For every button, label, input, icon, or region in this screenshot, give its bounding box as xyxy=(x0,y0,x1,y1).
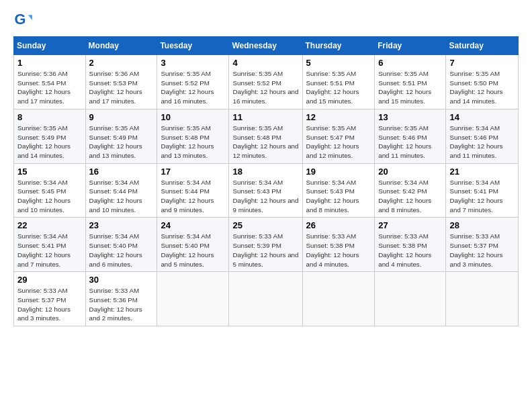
day-number: 21 xyxy=(449,167,515,177)
calendar-header-tuesday: Tuesday xyxy=(157,37,229,55)
day-number: 19 xyxy=(306,167,371,177)
calendar-cell: 2Sunrise: 5:36 AMSunset: 5:53 PMDaylight… xyxy=(85,55,157,109)
calendar-cell: 9Sunrise: 5:35 AMSunset: 5:49 PMDaylight… xyxy=(85,109,157,163)
day-info: Sunrise: 5:35 AMSunset: 5:50 PMDaylight:… xyxy=(449,69,515,106)
day-number: 5 xyxy=(306,58,371,68)
day-number: 6 xyxy=(378,58,442,68)
day-info: Sunrise: 5:33 AMSunset: 5:38 PMDaylight:… xyxy=(306,232,371,269)
day-info: Sunrise: 5:34 AMSunset: 5:44 PMDaylight:… xyxy=(161,178,225,215)
calendar-cell: 16Sunrise: 5:34 AMSunset: 5:44 PMDayligh… xyxy=(85,163,157,218)
calendar-cell: 26Sunrise: 5:33 AMSunset: 5:38 PMDayligh… xyxy=(302,218,375,272)
day-number: 10 xyxy=(161,112,225,122)
day-info: Sunrise: 5:35 AMSunset: 5:48 PMDaylight:… xyxy=(232,124,298,161)
day-info: Sunrise: 5:35 AMSunset: 5:51 PMDaylight:… xyxy=(378,69,442,106)
calendar-cell xyxy=(157,272,229,326)
day-number: 8 xyxy=(17,112,82,122)
calendar-cell: 1Sunrise: 5:36 AMSunset: 5:54 PMDaylight… xyxy=(14,55,86,109)
calendar-week-row: 22Sunrise: 5:34 AMSunset: 5:41 PMDayligh… xyxy=(14,218,519,272)
calendar-cell: 10Sunrise: 5:35 AMSunset: 5:48 PMDayligh… xyxy=(157,109,229,163)
calendar-header-row: SundayMondayTuesdayWednesdayThursdayFrid… xyxy=(14,37,519,55)
day-info: Sunrise: 5:34 AMSunset: 5:45 PMDaylight:… xyxy=(17,178,82,215)
day-info: Sunrise: 5:35 AMSunset: 5:46 PMDaylight:… xyxy=(378,124,442,161)
day-number: 14 xyxy=(449,112,515,122)
calendar-cell xyxy=(446,272,519,326)
day-info: Sunrise: 5:33 AMSunset: 5:39 PMDaylight:… xyxy=(232,232,298,269)
calendar-cell: 4Sunrise: 5:35 AMSunset: 5:52 PMDaylight… xyxy=(229,55,302,109)
calendar-cell: 29Sunrise: 5:33 AMSunset: 5:37 PMDayligh… xyxy=(14,272,86,326)
calendar-body: 1Sunrise: 5:36 AMSunset: 5:54 PMDaylight… xyxy=(14,55,519,326)
day-number: 30 xyxy=(89,275,154,285)
logo: G xyxy=(13,11,35,30)
day-info: Sunrise: 5:34 AMSunset: 5:42 PMDaylight:… xyxy=(378,178,442,215)
day-number: 3 xyxy=(161,58,225,68)
day-info: Sunrise: 5:33 AMSunset: 5:37 PMDaylight:… xyxy=(17,286,82,323)
day-info: Sunrise: 5:34 AMSunset: 5:43 PMDaylight:… xyxy=(306,178,371,215)
calendar-cell: 21Sunrise: 5:34 AMSunset: 5:41 PMDayligh… xyxy=(446,163,519,218)
calendar-week-row: 8Sunrise: 5:35 AMSunset: 5:49 PMDaylight… xyxy=(14,109,519,163)
day-info: Sunrise: 5:35 AMSunset: 5:52 PMDaylight:… xyxy=(161,69,225,106)
calendar-cell: 18Sunrise: 5:34 AMSunset: 5:43 PMDayligh… xyxy=(229,163,302,218)
day-number: 13 xyxy=(378,112,442,122)
calendar-cell: 24Sunrise: 5:34 AMSunset: 5:40 PMDayligh… xyxy=(157,218,229,272)
day-number: 11 xyxy=(232,112,298,122)
day-number: 1 xyxy=(17,58,82,68)
day-info: Sunrise: 5:35 AMSunset: 5:49 PMDaylight:… xyxy=(89,124,154,161)
day-info: Sunrise: 5:36 AMSunset: 5:54 PMDaylight:… xyxy=(17,69,82,106)
calendar-cell: 7Sunrise: 5:35 AMSunset: 5:50 PMDaylight… xyxy=(446,55,519,109)
calendar-cell: 12Sunrise: 5:35 AMSunset: 5:47 PMDayligh… xyxy=(302,109,375,163)
calendar-header-saturday: Saturday xyxy=(446,37,519,55)
day-info: Sunrise: 5:34 AMSunset: 5:40 PMDaylight:… xyxy=(89,232,154,269)
day-number: 15 xyxy=(17,167,82,177)
calendar-cell: 3Sunrise: 5:35 AMSunset: 5:52 PMDaylight… xyxy=(157,55,229,109)
day-number: 9 xyxy=(89,112,154,122)
day-info: Sunrise: 5:34 AMSunset: 5:41 PMDaylight:… xyxy=(17,232,82,269)
calendar-cell: 15Sunrise: 5:34 AMSunset: 5:45 PMDayligh… xyxy=(14,163,86,218)
calendar-header-monday: Monday xyxy=(85,37,157,55)
calendar-cell: 11Sunrise: 5:35 AMSunset: 5:48 PMDayligh… xyxy=(229,109,302,163)
calendar-header-friday: Friday xyxy=(375,37,446,55)
day-number: 23 xyxy=(89,220,154,230)
day-info: Sunrise: 5:34 AMSunset: 5:40 PMDaylight:… xyxy=(161,232,225,269)
calendar-cell xyxy=(229,272,302,326)
calendar-cell: 6Sunrise: 5:35 AMSunset: 5:51 PMDaylight… xyxy=(375,55,446,109)
day-number: 2 xyxy=(89,58,154,68)
day-info: Sunrise: 5:33 AMSunset: 5:37 PMDaylight:… xyxy=(449,232,515,269)
svg-marker-1 xyxy=(28,15,32,20)
calendar-table: SundayMondayTuesdayWednesdayThursdayFrid… xyxy=(13,36,519,326)
calendar-week-row: 1Sunrise: 5:36 AMSunset: 5:54 PMDaylight… xyxy=(14,55,519,109)
calendar-cell xyxy=(375,272,446,326)
calendar-week-row: 29Sunrise: 5:33 AMSunset: 5:37 PMDayligh… xyxy=(14,272,519,326)
day-info: Sunrise: 5:35 AMSunset: 5:51 PMDaylight:… xyxy=(306,69,371,106)
day-number: 28 xyxy=(449,220,515,230)
calendar-cell: 30Sunrise: 5:33 AMSunset: 5:36 PMDayligh… xyxy=(85,272,157,326)
day-number: 4 xyxy=(232,58,298,68)
calendar-cell: 28Sunrise: 5:33 AMSunset: 5:37 PMDayligh… xyxy=(446,218,519,272)
day-number: 24 xyxy=(161,220,225,230)
calendar-cell: 19Sunrise: 5:34 AMSunset: 5:43 PMDayligh… xyxy=(302,163,375,218)
calendar-header-thursday: Thursday xyxy=(302,37,375,55)
day-number: 7 xyxy=(449,58,515,68)
day-info: Sunrise: 5:34 AMSunset: 5:46 PMDaylight:… xyxy=(449,124,515,161)
day-info: Sunrise: 5:33 AMSunset: 5:38 PMDaylight:… xyxy=(378,232,442,269)
calendar-cell: 14Sunrise: 5:34 AMSunset: 5:46 PMDayligh… xyxy=(446,109,519,163)
day-info: Sunrise: 5:35 AMSunset: 5:52 PMDaylight:… xyxy=(232,69,298,106)
calendar-cell: 5Sunrise: 5:35 AMSunset: 5:51 PMDaylight… xyxy=(302,55,375,109)
day-number: 29 xyxy=(17,275,82,285)
day-info: Sunrise: 5:36 AMSunset: 5:53 PMDaylight:… xyxy=(89,69,154,106)
calendar-cell: 17Sunrise: 5:34 AMSunset: 5:44 PMDayligh… xyxy=(157,163,229,218)
day-info: Sunrise: 5:33 AMSunset: 5:36 PMDaylight:… xyxy=(89,286,154,323)
day-number: 26 xyxy=(306,220,371,230)
calendar-cell: 8Sunrise: 5:35 AMSunset: 5:49 PMDaylight… xyxy=(14,109,86,163)
day-number: 18 xyxy=(232,167,298,177)
calendar-cell: 25Sunrise: 5:33 AMSunset: 5:39 PMDayligh… xyxy=(229,218,302,272)
calendar-header-sunday: Sunday xyxy=(14,37,86,55)
calendar-week-row: 15Sunrise: 5:34 AMSunset: 5:45 PMDayligh… xyxy=(14,163,519,218)
day-info: Sunrise: 5:34 AMSunset: 5:44 PMDaylight:… xyxy=(89,178,154,215)
day-info: Sunrise: 5:35 AMSunset: 5:47 PMDaylight:… xyxy=(306,124,371,161)
day-number: 25 xyxy=(232,220,298,230)
page-header: G xyxy=(13,11,519,30)
svg-text:G: G xyxy=(15,11,26,28)
calendar-cell: 20Sunrise: 5:34 AMSunset: 5:42 PMDayligh… xyxy=(375,163,446,218)
day-number: 22 xyxy=(17,220,82,230)
calendar-cell: 27Sunrise: 5:33 AMSunset: 5:38 PMDayligh… xyxy=(375,218,446,272)
